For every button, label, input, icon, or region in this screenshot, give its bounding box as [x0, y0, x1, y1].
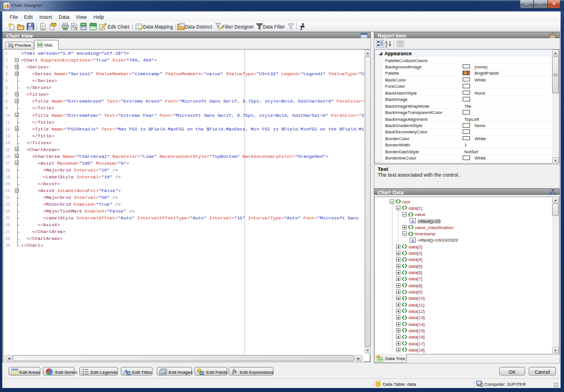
svg-text:XML: XML: [37, 43, 43, 46]
